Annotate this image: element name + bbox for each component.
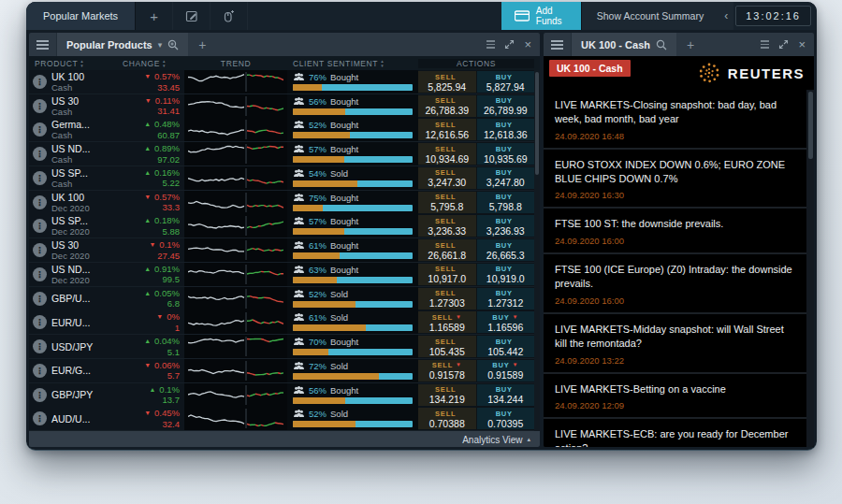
table-row[interactable]: ⋮ EUR/G... ▼ 0.06% 5.7 72% Sold <box>29 359 534 383</box>
product-options-icon[interactable]: ⋮ <box>33 99 47 113</box>
product-cell[interactable]: ⋮ AUD/U... <box>29 407 117 430</box>
drag-handle-icon[interactable] <box>486 40 495 49</box>
news-title-tab[interactable]: UK 100 - Cash <box>572 33 676 56</box>
product-cell[interactable]: ⋮ US SP... Cash <box>29 166 117 190</box>
sell-button[interactable]: SELL 3,236.33 <box>418 215 476 237</box>
product-cell[interactable]: ⋮ US ND... Cash <box>29 142 117 166</box>
sell-button[interactable]: SELL 0.70388 <box>418 408 476 429</box>
cursor-settings-button[interactable] <box>210 2 248 30</box>
watchlist-scrollbar-thumb[interactable] <box>535 72 539 175</box>
news-item[interactable]: LIVE MARKETS-Midday snapshot: will Wall … <box>544 314 806 374</box>
add-funds-button[interactable]: Add Funds <box>501 2 581 30</box>
add-news-tab-button[interactable]: + <box>676 33 704 56</box>
sell-button[interactable]: SELL 105.435 <box>418 336 476 357</box>
buy-button[interactable]: BUY 26,789.99 <box>477 95 535 117</box>
table-row[interactable]: ⋮ Germa... Cash ▲ 0.48% 60.87 52% Bought <box>29 118 534 142</box>
buy-button[interactable]: BUY 1.27312 <box>477 288 535 310</box>
edit-workspace-button[interactable] <box>173 2 210 30</box>
buy-button[interactable]: BUY 105.442 <box>477 336 535 357</box>
close-panel-icon[interactable]: × <box>524 37 531 51</box>
product-options-icon[interactable]: ⋮ <box>33 292 47 306</box>
column-header-product[interactable]: PRODUCT ▴▾ <box>29 59 117 68</box>
show-account-summary-button[interactable]: Show Account Summary <box>581 2 719 30</box>
buy-button[interactable]: BUY 134.244 <box>477 384 535 406</box>
buy-button[interactable]: BUY▼ 1.16596 <box>477 311 535 333</box>
product-cell[interactable]: ⋮ Germa... Cash <box>29 118 117 141</box>
product-cell[interactable]: ⋮ GBP/JPY <box>29 383 117 407</box>
product-cell[interactable]: ⋮ US 30 Cash <box>29 94 117 118</box>
news-item[interactable]: LIVE MARKETS-ECB: are you ready for Dece… <box>544 419 806 447</box>
product-cell[interactable]: ⋮ EUR/U... <box>29 310 117 334</box>
product-options-icon[interactable]: ⋮ <box>33 388 47 402</box>
sell-button[interactable]: SELL 12,616.56 <box>418 119 476 140</box>
product-cell[interactable]: ⋮ US SP... Dec 2020 <box>29 214 117 238</box>
table-row[interactable]: ⋮ US 30 Cash ▼ 0.11% 31.41 56% Bought <box>29 94 534 119</box>
sell-button[interactable]: SELL 3,247.30 <box>418 167 476 189</box>
news-item[interactable]: LIVE MARKETS-Betting on a vaccine 24.09.… <box>544 374 806 420</box>
product-options-icon[interactable]: ⋮ <box>33 364 47 378</box>
news-item[interactable]: EURO STOXX INDEX DOWN 0.6%; EURO ZONE BL… <box>544 150 806 209</box>
sell-button[interactable]: SELL▼ 0.91578 <box>418 360 476 382</box>
buy-button[interactable]: BUY 0.70395 <box>477 408 535 429</box>
product-options-icon[interactable]: ⋮ <box>33 339 47 353</box>
expand-panel-icon[interactable] <box>778 39 789 50</box>
news-scrollbar[interactable] <box>806 90 814 447</box>
table-row[interactable]: ⋮ US ND... Cash ▲ 0.89% 97.02 57% Bought <box>29 142 534 166</box>
watchlist-title-tab[interactable]: Popular Products ▾ <box>57 33 188 56</box>
expand-panel-icon[interactable] <box>504 39 515 50</box>
table-row[interactable]: ⋮ UK 100 Cash ▼ 0.57% 33.45 76% Bought <box>29 70 534 94</box>
watchlist-menu-button[interactable] <box>29 33 57 56</box>
buy-button[interactable]: BUY 10,919.0 <box>477 264 535 285</box>
news-item[interactable]: LIVE MARKETS-Closing snapshot: bad day, … <box>544 90 806 150</box>
product-cell[interactable]: ⋮ USD/JPY <box>29 335 117 358</box>
close-panel-icon[interactable]: × <box>798 37 806 51</box>
buy-button[interactable]: BUY▼ 0.91589 <box>477 360 535 382</box>
sell-button[interactable]: SELL 1.27303 <box>418 288 476 310</box>
table-row[interactable]: ⋮ US SP... Dec 2020 ▲ 0.18% 5.88 57% Bou… <box>29 214 534 238</box>
sell-button[interactable]: SELL 5,825.94 <box>418 71 476 93</box>
table-row[interactable]: ⋮ EUR/U... ▼ 0% 1 61% Sold <box>29 310 534 335</box>
table-row[interactable]: ⋮ GBP/JPY ▲ 0.1% 13.7 56% Bought <box>29 383 534 408</box>
table-row[interactable]: ⋮ US ND... Dec 2020 ▲ 0.91% 99.5 63% Bou… <box>29 263 534 287</box>
sell-button[interactable]: SELL 10,917.0 <box>418 264 476 285</box>
news-scrollbar-thumb[interactable] <box>808 92 813 159</box>
table-row[interactable]: ⋮ US 30 Dec 2020 ▼ 0.1% 27.45 61% Bought <box>29 238 534 263</box>
buy-button[interactable]: BUY 3,236.93 <box>477 215 535 237</box>
news-menu-button[interactable] <box>544 33 572 56</box>
product-cell[interactable]: ⋮ UK 100 Cash <box>29 70 117 94</box>
sell-button[interactable]: SELL 10,934.69 <box>418 143 476 165</box>
buy-button[interactable]: BUY 26,665.3 <box>477 239 535 261</box>
drag-handle-icon[interactable] <box>761 40 769 49</box>
sell-button[interactable]: SELL 26,788.39 <box>418 95 476 117</box>
analytics-view-toggle[interactable]: Analytics View ▴ <box>29 431 540 447</box>
sell-button[interactable]: SELL 26,661.8 <box>418 239 476 261</box>
product-cell[interactable]: ⋮ GBP/U... <box>29 287 117 310</box>
product-cell[interactable]: ⋮ EUR/G... <box>29 359 117 382</box>
buy-button[interactable]: BUY 5,798.8 <box>477 192 535 213</box>
product-options-icon[interactable]: ⋮ <box>33 267 47 281</box>
news-item[interactable]: FTSE 100 (ICE Europe) (Z0) Intraday: the… <box>544 254 806 314</box>
product-options-icon[interactable]: ⋮ <box>33 219 47 233</box>
product-cell[interactable]: ⋮ UK 100 Dec 2020 <box>29 191 117 214</box>
buy-button[interactable]: BUY 3,247.80 <box>477 167 535 189</box>
table-row[interactable]: ⋮ US SP... Cash ▲ 0.16% 5.22 54% Sold <box>29 166 534 191</box>
product-options-icon[interactable]: ⋮ <box>33 411 47 425</box>
product-options-icon[interactable]: ⋮ <box>33 315 47 329</box>
sell-button[interactable]: SELL▼ 1.16589 <box>418 311 476 333</box>
table-row[interactable]: ⋮ UK 100 Dec 2020 ▼ 0.57% 33.3 75% Bough… <box>29 191 534 215</box>
product-cell[interactable]: ⋮ US 30 Dec 2020 <box>29 238 117 262</box>
product-options-icon[interactable]: ⋮ <box>33 122 47 137</box>
product-options-icon[interactable]: ⋮ <box>33 195 47 209</box>
table-row[interactable]: ⋮ GBP/U... ▲ 0.05% 6.8 52% Sold <box>29 287 534 311</box>
buy-button[interactable]: BUY 10,935.69 <box>477 143 535 165</box>
column-header-sentiment[interactable]: CLIENT SENTIMENT ▴▾ <box>287 59 418 68</box>
collapse-summary-chevron[interactable]: ‹ <box>719 2 733 30</box>
buy-button[interactable]: BUY 12,618.36 <box>477 119 535 140</box>
table-row[interactable]: ⋮ AUD/U... ▼ 0.45% 32.4 52% Sold <box>29 407 534 431</box>
add-watchlist-tab-button[interactable]: + <box>188 33 216 56</box>
tab-popular-markets[interactable]: Popular Markets <box>26 2 136 30</box>
buy-button[interactable]: BUY 5,827.94 <box>477 71 535 93</box>
sell-button[interactable]: SELL 134.219 <box>418 384 476 406</box>
add-workspace-tab-button[interactable]: + <box>136 2 173 30</box>
column-header-change[interactable]: CHANGE ▴▾ <box>117 59 184 68</box>
